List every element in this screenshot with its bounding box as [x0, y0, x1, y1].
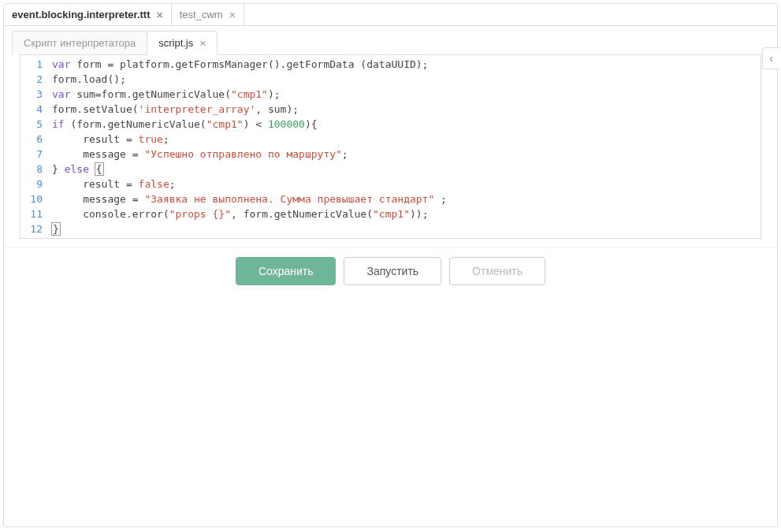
line-number: 11 [24, 206, 43, 221]
line-number: 6 [24, 132, 43, 147]
code-line[interactable]: console.error("props {}", form.getNumeri… [52, 206, 447, 221]
code-line[interactable]: form.setValue('interpreter_array', sum); [52, 102, 447, 117]
file-tab-test-cwm[interactable]: test_cwm × [172, 4, 244, 25]
file-tab-label: event.blocking.interpreter.ttt [12, 9, 151, 20]
code-line[interactable]: } [52, 221, 447, 236]
button-bar: Сохранить Запустить Отменить [4, 247, 777, 295]
code-line[interactable]: form.load(); [52, 72, 447, 87]
line-number: 4 [24, 102, 43, 117]
line-number: 1 [24, 57, 43, 72]
line-number: 12 [24, 221, 43, 236]
side-panel-toggle[interactable]: ‹ [762, 47, 779, 69]
sub-tab-label: Скрипт интерпретатора [24, 37, 136, 49]
sub-tab-label: script.js [158, 37, 193, 49]
line-number: 9 [24, 177, 43, 192]
code-line[interactable]: if (form.getNumericValue("cmp1") < 10000… [52, 117, 447, 132]
line-number-gutter: 123456789101112 [20, 55, 49, 238]
code-editor[interactable]: 123456789101112 var form = platform.getF… [20, 54, 761, 239]
code-line[interactable]: result = true; [52, 132, 447, 147]
run-button[interactable]: Запустить [344, 257, 441, 285]
line-number: 2 [24, 72, 43, 87]
sub-tabs-container: Скрипт интерпретатора script.js × 123456… [4, 26, 777, 247]
save-button[interactable]: Сохранить [236, 257, 337, 285]
code-line[interactable]: } else { [52, 162, 447, 177]
code-line[interactable]: message = "Заявка не выполнена. Сумма пр… [52, 192, 447, 206]
tab-script-js[interactable]: script.js × [147, 31, 218, 54]
close-icon[interactable]: × [199, 38, 206, 49]
code-content[interactable]: var form = platform.getFormsManager().ge… [49, 55, 450, 238]
code-line[interactable]: var form = platform.getFormsManager().ge… [52, 57, 447, 72]
line-number: 8 [24, 162, 43, 177]
sub-tabs: Скрипт интерпретатора script.js × [12, 31, 769, 54]
line-number: 7 [24, 147, 43, 162]
editor-container: event.blocking.interpreter.ttt × test_cw… [3, 3, 778, 527]
chevron-left-icon: ‹ [769, 52, 773, 65]
file-tab-label: test_cwm [180, 9, 223, 20]
tab-interpreter-script[interactable]: Скрипт интерпретатора [12, 31, 147, 54]
cancel-button[interactable]: Отменить [449, 257, 545, 285]
top-file-tabs: event.blocking.interpreter.ttt × test_cw… [4, 4, 777, 26]
code-line[interactable]: var sum=form.getNumericValue("cmp1"); [52, 87, 447, 102]
line-number: 3 [24, 87, 43, 102]
line-number: 10 [24, 192, 43, 206]
close-icon[interactable]: × [229, 9, 236, 20]
close-icon[interactable]: × [157, 9, 163, 20]
line-number: 5 [24, 117, 43, 132]
code-line[interactable]: message = "Успешно отправлено по маршрут… [52, 147, 447, 162]
code-line[interactable]: result = false; [52, 177, 447, 192]
file-tab-event-blocking[interactable]: event.blocking.interpreter.ttt × [4, 4, 172, 25]
